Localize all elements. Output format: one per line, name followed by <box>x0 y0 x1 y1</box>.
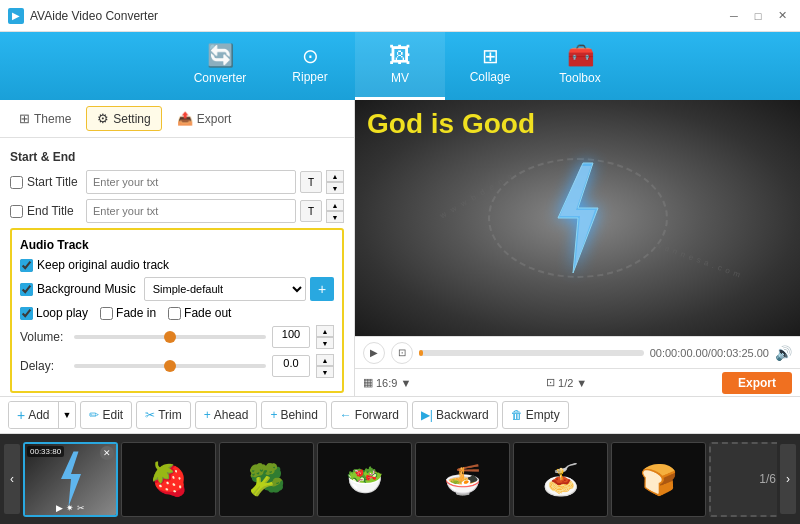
page-icon: ⊡ <box>546 376 555 389</box>
end-title-t-button[interactable]: T <box>300 200 322 222</box>
ahead-label: Ahead <box>214 408 249 422</box>
progress-fill <box>419 350 423 356</box>
keep-original-checkbox[interactable] <box>20 259 33 272</box>
end-title-checkbox[interactable] <box>10 205 23 218</box>
volume-down[interactable]: ▼ <box>316 337 334 349</box>
timeline-next-button[interactable]: › <box>780 444 796 514</box>
add-dropdown-button[interactable]: ▼ <box>59 402 76 428</box>
behind-icon: + <box>270 408 277 422</box>
trim-label: Trim <box>158 408 182 422</box>
backward-button[interactable]: ▶| Backward <box>412 401 498 429</box>
close-button[interactable]: ✕ <box>772 6 792 26</box>
tab-setting[interactable]: ⚙ Setting <box>86 106 161 131</box>
add-main-button[interactable]: + Add <box>9 402 59 428</box>
start-title-input[interactable] <box>86 170 296 194</box>
start-title-up[interactable]: ▲ <box>326 170 344 182</box>
settings-content: Start & End Start Title T ▲ ▼ End Title <box>0 138 354 396</box>
timeline-item-3[interactable]: 🥦 <box>219 442 314 517</box>
aspect-selector[interactable]: ▦ 16:9 ▼ <box>363 376 411 389</box>
forward-button[interactable]: ← Forward <box>331 401 408 429</box>
nav-ripper[interactable]: ⊙ Ripper <box>265 32 355 100</box>
tab-theme-label: Theme <box>34 112 71 126</box>
delay-label: Delay: <box>20 359 68 373</box>
forward-icon: ← <box>340 408 352 422</box>
delay-down[interactable]: ▼ <box>316 366 334 378</box>
timeline-item-3-img: 🥦 <box>220 443 313 516</box>
bg-music-select[interactable]: Simple-default <box>144 277 306 301</box>
timeline-item-1[interactable]: 00:33:80 ✕ ▶ ✷ ✂ <box>23 442 118 517</box>
start-title-t-button[interactable]: T <box>300 171 322 193</box>
start-title-row: Start Title T ▲ ▼ <box>10 170 344 194</box>
item-play-icon[interactable]: ▶ <box>56 503 63 513</box>
volume-up[interactable]: ▲ <box>316 325 334 337</box>
stop-button[interactable]: ⊡ <box>391 342 413 364</box>
export-icon: 📤 <box>177 111 193 126</box>
end-title-down[interactable]: ▼ <box>326 211 344 223</box>
nav-toolbox[interactable]: 🧰 Toolbox <box>535 32 625 100</box>
volume-slider[interactable] <box>74 335 266 339</box>
add-label: Add <box>28 408 49 422</box>
window-controls: ─ □ ✕ <box>724 6 792 26</box>
main-content: ⊞ Theme ⚙ Setting 📤 Export Start & End S… <box>0 100 800 396</box>
play-button[interactable]: ▶ <box>363 342 385 364</box>
end-title-row: End Title T ▲ ▼ <box>10 199 344 223</box>
timeline-item-1-time: 00:33:80 <box>27 446 64 457</box>
empty-button[interactable]: 🗑 Empty <box>502 401 569 429</box>
collage-icon: ⊞ <box>482 46 499 66</box>
nav-mv[interactable]: 🖼 MV <box>355 32 445 100</box>
setting-icon: ⚙ <box>97 111 109 126</box>
timeline-area: ‹ 00:33:80 ✕ ▶ ✷ ✂ 🍓 ✕ 🥦 <box>0 434 800 524</box>
fade-in-checkbox[interactable] <box>100 307 113 320</box>
timeline-item-5[interactable]: 🍜 <box>415 442 510 517</box>
start-title-checkbox[interactable] <box>10 176 23 189</box>
behind-label: Behind <box>280 408 317 422</box>
bg-music-add-button[interactable]: + <box>310 277 334 301</box>
item-settings-icon[interactable]: ✷ <box>66 503 74 513</box>
end-title-up[interactable]: ▲ <box>326 199 344 211</box>
fade-out-checkbox[interactable] <box>168 307 181 320</box>
timeline-item-4[interactable]: 🥗 <box>317 442 412 517</box>
loop-play-label: Loop play <box>20 306 88 320</box>
loop-play-checkbox[interactable] <box>20 307 33 320</box>
ahead-button[interactable]: + Ahead <box>195 401 258 429</box>
time-total: 00:03:25.00 <box>711 347 769 359</box>
timeline-item-5-img: 🍜 <box>416 443 509 516</box>
delay-up[interactable]: ▲ <box>316 354 334 366</box>
tab-export[interactable]: 📤 Export <box>166 106 243 131</box>
minimize-button[interactable]: ─ <box>724 6 744 26</box>
edit-button[interactable]: ✏ Edit <box>80 401 132 429</box>
delay-slider[interactable] <box>74 364 266 368</box>
time-display: 00:00:00.00/00:03:25.00 <box>650 347 769 359</box>
edit-icon: ✏ <box>89 408 99 422</box>
trim-button[interactable]: ✂ Trim <box>136 401 191 429</box>
delay-spinner: ▲ ▼ <box>316 354 334 378</box>
app-title: AVAide Video Converter <box>30 9 724 23</box>
timeline-item-1-close[interactable]: ✕ <box>100 446 114 460</box>
start-title-down[interactable]: ▼ <box>326 182 344 194</box>
title-bar: ▶ AVAide Video Converter ─ □ ✕ <box>0 0 800 32</box>
item-scissors-icon[interactable]: ✂ <box>77 503 85 513</box>
svg-marker-2 <box>61 452 81 507</box>
timeline-item-2[interactable]: 🍓 ✕ <box>121 442 216 517</box>
export-button[interactable]: Export <box>722 372 792 394</box>
end-title-label: End Title <box>10 204 82 218</box>
timeline-item-6-img: 🍝 <box>514 443 607 516</box>
ahead-icon: + <box>204 408 211 422</box>
volume-label: Volume: <box>20 330 68 344</box>
timeline-item-6[interactable]: 🍝 <box>513 442 608 517</box>
timeline-prev-button[interactable]: ‹ <box>4 444 20 514</box>
end-title-input[interactable] <box>86 199 296 223</box>
converter-icon: 🔄 <box>207 45 234 67</box>
page-selector[interactable]: ⊡ 1/2 ▼ <box>546 376 587 389</box>
maximize-button[interactable]: □ <box>748 6 768 26</box>
bg-music-checkbox[interactable] <box>20 283 33 296</box>
nav-converter[interactable]: 🔄 Converter <box>175 32 265 100</box>
behind-button[interactable]: + Behind <box>261 401 326 429</box>
tab-theme[interactable]: ⊞ Theme <box>8 106 82 131</box>
lightning-graphic <box>538 158 618 278</box>
nav-collage[interactable]: ⊞ Collage <box>445 32 535 100</box>
progress-bar[interactable] <box>419 350 644 356</box>
volume-icon[interactable]: 🔊 <box>775 345 792 361</box>
theme-icon: ⊞ <box>19 111 30 126</box>
timeline-item-7[interactable]: 🍞 <box>611 442 706 517</box>
